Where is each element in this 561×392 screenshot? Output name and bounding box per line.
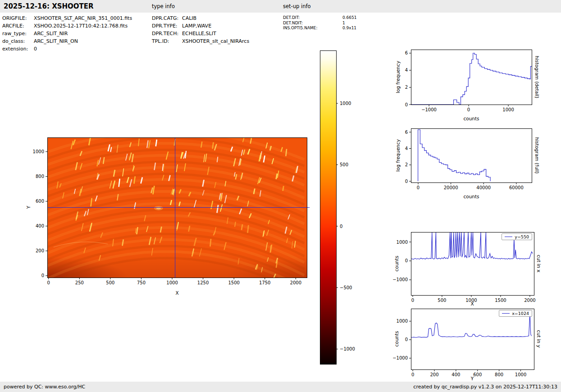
info-value: 0 [34,46,37,52]
cut-x-xlabel: X [470,301,474,306]
svg-text:2000: 2000 [524,298,535,303]
svg-text:−1000: −1000 [392,277,408,282]
type-info-heading: type info [152,0,175,13]
info-row-dprtech: DPR.TECH:ECHELLE,SLIT [152,30,249,37]
info-value: ARC_SLIT_NIR [34,31,68,36]
info-value: CALIB [182,15,196,21]
svg-text:0: 0 [41,273,44,278]
svg-text:40000: 40000 [476,185,491,190]
qc-report-page: 2025-12-16: XSHOOTER type info set-up in… [0,0,561,392]
svg-text:800: 800 [495,372,503,377]
svg-text:20000: 20000 [444,185,458,190]
svg-text:0: 0 [405,179,408,184]
type-info-block: DPR.CATG:CALIB DPR.TYPE:LAMP,WAVE DPR.TE… [152,14,249,45]
detector-arc-lines [47,137,307,278]
info-label: raw_type: [2,30,34,37]
svg-text:4: 4 [405,146,408,151]
svg-text:0: 0 [417,185,420,190]
svg-text:0: 0 [340,224,342,229]
svg-text:−500: −500 [340,285,352,290]
cut-x-legend: y=550 [502,233,532,240]
legend-label: x=1024 [512,311,529,316]
hist-detail-side-label: histogram (detail) [534,56,540,98]
info-row-tplid: TPL.ID:XSHOOTER_slt_cal_NIRArcs [152,37,249,45]
svg-text:60000: 60000 [509,185,524,190]
footer-bar: powered by QC: www.eso.org/HC created by… [0,382,561,392]
svg-text:0: 0 [405,258,408,263]
info-value: 0.9x11 [342,26,356,30]
hist-detail-xlabel: counts [463,116,479,121]
info-label: ORIGFILE: [2,14,34,22]
footer-credit-left: powered by QC: www.eso.org/HC [4,384,85,390]
info-row-dprcatg: DPR.CATG:CALIB [152,14,249,22]
detector-image [47,137,307,278]
hist-detail-ylabel: log frequency [395,61,401,93]
svg-text:4: 4 [405,68,408,73]
legend-line-sample [505,237,512,237]
info-value: LAMP,WAVE [182,23,211,29]
svg-text:400: 400 [36,223,44,228]
colorbar-gradient [320,50,336,364]
svg-text:0: 0 [47,280,50,285]
svg-text:800: 800 [36,174,44,179]
svg-text:1000: 1000 [166,280,178,285]
svg-text:500: 500 [340,162,348,167]
svg-text:0: 0 [405,102,408,107]
svg-text:400: 400 [452,372,460,377]
svg-text:1000: 1000 [397,240,408,245]
info-row-detndit: DET.NDIT:1 [283,21,357,26]
svg-text:1250: 1250 [197,280,209,285]
svg-text:1000: 1000 [340,101,351,106]
info-label: DET.NDIT: [283,21,342,26]
svg-text:2: 2 [405,162,408,167]
svg-text:1750: 1750 [259,280,270,285]
svg-text:1000: 1000 [515,372,526,377]
cut-y-xlabel: Y [471,376,474,381]
info-label: DPR.CATG: [152,14,182,22]
hist-full-xlabel: counts [463,194,479,199]
legend-line-sample [502,313,510,314]
cut-y-legend: x=1024 [499,310,532,317]
svg-text:250: 250 [75,280,84,285]
info-label: TPL.ID: [152,37,182,45]
info-value: 1 [342,21,345,25]
info-value: 0.6651 [342,15,357,20]
info-label: do_class: [2,37,34,45]
svg-text:0: 0 [405,337,408,342]
svg-text:600: 600 [36,199,44,204]
svg-text:−1000: −1000 [340,346,355,351]
svg-text:6: 6 [405,50,408,55]
svg-text:1500: 1500 [495,298,506,303]
hist-full-side-label: histogram (full) [534,137,540,174]
hist-full-ylabel: log frequency [395,139,401,172]
main-ylabel: Y [26,206,31,209]
info-row-origfile: ORIGFILE:XSHOOTER_SLT_ARC_NIR_351_0001.f… [2,14,132,22]
svg-text:750: 750 [137,280,146,285]
svg-text:500: 500 [438,298,446,303]
info-row-arcfile: ARCFILE:XSHOO.2025-12-17T10:42:12.768.fi… [2,22,132,30]
svg-text:0: 0 [411,372,414,377]
svg-text:−1000: −1000 [392,356,408,360]
svg-text:500: 500 [106,280,114,285]
info-label: DPR.TYPE: [152,22,182,30]
cut-y-ylabel: counts [394,331,399,346]
svg-text:1000: 1000 [502,107,514,112]
legend-label: y=550 [515,234,529,239]
svg-text:1000: 1000 [397,319,408,324]
file-info-block: ORIGFILE:XSHOOTER_SLT_ARC_NIR_351_0001.f… [2,14,132,53]
info-row-rawtype: raw_type:ARC_SLIT_NIR [2,30,132,37]
setup-info-block: DET.DIT:0.6651 DET.NDIT:1 INS.OPTI5.NAME… [283,15,357,31]
svg-text:1000: 1000 [33,149,44,154]
info-label: DET.DIT: [283,15,342,21]
svg-text:6: 6 [405,130,408,135]
svg-text:−1000: −1000 [421,107,437,112]
info-row-detdit: DET.DIT:0.6651 [283,15,357,21]
cut-x-side-label: cut in x [536,255,542,272]
info-value: XSHOOTER_SLT_ARC_NIR_351_0001.fits [34,15,132,21]
info-label: INS.OPTI5.NAME: [283,26,342,31]
header-bar: 2025-12-16: XSHOOTER type info set-up in… [0,0,561,13]
info-value: XSHOO.2025-12-17T10:42:12.768.fits [34,23,128,29]
cut-x-ylabel: counts [394,255,399,271]
svg-text:600: 600 [473,372,482,377]
main-xlabel: X [175,290,178,296]
